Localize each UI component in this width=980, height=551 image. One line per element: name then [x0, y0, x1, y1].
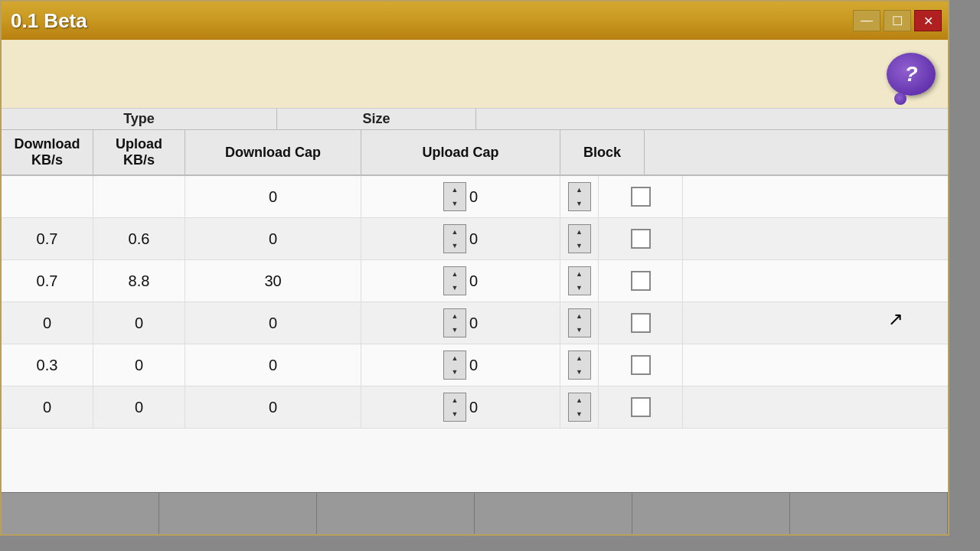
cell-download-cap: 0	[185, 344, 361, 386]
cell-upload-kbs: 0	[93, 302, 185, 344]
spinner-down[interactable]: ▼	[569, 197, 590, 210]
cell-download-kbs: 0.7	[2, 260, 93, 302]
cell-upload-cap: ▲ ▼ 0	[361, 344, 560, 386]
spinner-down[interactable]: ▼	[444, 323, 466, 337]
cell-upload-cap: ▲ ▼ 0	[361, 302, 560, 344]
block-checkbox[interactable]	[631, 313, 651, 333]
block-spinner-cell: ▲ ▼	[560, 176, 599, 217]
spinner-up[interactable]: ▲	[444, 225, 466, 239]
upload-cap-spinner[interactable]: ▲ ▼	[443, 224, 466, 253]
block-spinner-cell: ▲ ▼	[560, 344, 599, 386]
spinner-down[interactable]: ▼	[444, 197, 466, 210]
upload-cap-spinner-group: ▲ ▼ 0	[443, 350, 478, 380]
block-checkbox[interactable]	[631, 355, 651, 375]
upload-cap-spinner[interactable]: ▲ ▼	[443, 350, 466, 380]
header-upload-cap: Upload Cap	[361, 130, 560, 174]
header-block: Block	[560, 130, 645, 174]
upload-cap-value: 0	[469, 315, 478, 332]
spinner-up[interactable]: ▲	[569, 183, 590, 197]
header-download-kbs: Download KB/s	[2, 130, 93, 174]
table-row: 000 ▲ ▼ 0 ▲ ▼ ↖	[2, 302, 948, 344]
upload-cap-spinner-group: ▲ ▼ 0	[443, 224, 478, 253]
close-button[interactable]: ✕	[914, 10, 942, 31]
cell-download-cap: 30	[185, 260, 361, 302]
upload-cap-value: 0	[469, 357, 478, 374]
block-checkbox[interactable]	[631, 187, 651, 207]
block-cap-spinner[interactable]: ▲ ▼	[568, 266, 591, 295]
minimize-button[interactable]: —	[853, 10, 880, 31]
block-cap-spinner[interactable]: ▲ ▼	[568, 393, 591, 422]
block-checkbox[interactable]	[631, 397, 651, 417]
block-cap-spinner[interactable]: ▲ ▼	[568, 308, 591, 337]
cell-upload-kbs	[93, 176, 185, 217]
bottom-cell-5	[632, 493, 790, 534]
table-row: 0 ▲ ▼ 0 ▲ ▼	[2, 176, 948, 218]
upload-cap-value: 0	[469, 230, 478, 248]
spinner-up[interactable]: ▲	[569, 393, 590, 407]
window-controls: — ☐ ✕	[853, 10, 942, 31]
window-title: 0.1 Beta	[8, 9, 87, 33]
spinner-down[interactable]: ▼	[569, 365, 590, 379]
header-download-cap: Download Cap	[185, 130, 361, 174]
cell-download-cap: 0	[185, 386, 361, 428]
table-body: 0 ▲ ▼ 0 ▲ ▼ 0.70.60 ▲ ▼ 0 ▲ ▼ 0.78.830 ▲…	[2, 176, 948, 429]
block-spinner-cell: ▲ ▼	[560, 386, 599, 428]
help-bubble	[887, 53, 936, 96]
spinner-up[interactable]: ▲	[569, 309, 590, 323]
spinner-down[interactable]: ▼	[444, 281, 466, 295]
cell-download-cap: 0	[185, 302, 361, 344]
main-window: 0.1 Beta — ☐ ✕ Type Size Download KB/s U…	[0, 0, 949, 536]
block-checkbox[interactable]	[631, 229, 651, 249]
spinner-up[interactable]: ▲	[444, 351, 466, 365]
spinner-down[interactable]: ▼	[569, 239, 590, 253]
spinner-down[interactable]: ▼	[444, 239, 466, 253]
cell-download-cap: 0	[185, 176, 361, 217]
restore-button[interactable]: ☐	[884, 10, 911, 31]
spinner-up[interactable]: ▲	[569, 351, 590, 365]
cell-download-kbs	[2, 176, 93, 217]
block-spinner-cell: ▲ ▼	[560, 218, 599, 259]
help-bubble-tail	[894, 93, 906, 105]
bottom-cell-3	[317, 493, 475, 534]
toolbar-area	[2, 40, 948, 109]
header-upload-kbs: Upload KB/s	[93, 130, 185, 174]
upload-cap-spinner[interactable]: ▲ ▼	[443, 266, 466, 295]
size-column-header: Size	[277, 109, 476, 129]
spinner-up[interactable]: ▲	[569, 267, 590, 281]
bottom-cell-2	[159, 493, 317, 534]
bottom-cell-4	[475, 493, 632, 534]
cell-download-cap: 0	[185, 218, 361, 259]
spinner-up[interactable]: ▲	[569, 225, 590, 239]
block-spinner-cell: ▲ ▼	[560, 302, 599, 344]
cell-block	[599, 344, 683, 386]
spinner-up[interactable]: ▲	[444, 267, 466, 281]
table-row: 0.300 ▲ ▼ 0 ▲ ▼	[2, 344, 948, 386]
table-row: 0.78.830 ▲ ▼ 0 ▲ ▼	[2, 260, 948, 302]
spinner-up[interactable]: ▲	[444, 309, 466, 323]
type-column-header: Type	[2, 109, 277, 129]
spinner-down[interactable]: ▼	[569, 407, 590, 421]
cell-block	[599, 302, 683, 344]
table-row: 0.70.60 ▲ ▼ 0 ▲ ▼	[2, 218, 948, 260]
bottom-cell-1	[2, 493, 159, 534]
block-cap-spinner[interactable]: ▲ ▼	[568, 350, 591, 380]
upload-cap-spinner-group: ▲ ▼ 0	[443, 266, 478, 295]
upload-cap-spinner[interactable]: ▲ ▼	[443, 308, 466, 337]
spinner-up[interactable]: ▲	[444, 393, 466, 407]
table-area: Download KB/s Upload KB/s Download Cap U…	[2, 130, 948, 492]
spinner-down[interactable]: ▼	[444, 407, 466, 421]
upload-cap-spinner-group: ▲ ▼ 0	[443, 182, 478, 211]
help-icon[interactable]	[887, 53, 936, 102]
spinner-down[interactable]: ▼	[569, 281, 590, 295]
upload-cap-spinner[interactable]: ▲ ▼	[443, 182, 466, 211]
spinner-down[interactable]: ▼	[569, 323, 590, 337]
upload-cap-spinner-group: ▲ ▼ 0	[443, 393, 478, 422]
block-checkbox[interactable]	[631, 271, 651, 291]
block-cap-spinner[interactable]: ▲ ▼	[568, 182, 591, 211]
block-cap-spinner[interactable]: ▲ ▼	[568, 224, 591, 253]
upload-cap-spinner[interactable]: ▲ ▼	[443, 393, 466, 422]
spinner-up[interactable]: ▲	[444, 183, 466, 197]
spinner-down[interactable]: ▼	[444, 365, 466, 379]
upload-cap-value: 0	[469, 188, 478, 206]
titlebar: 0.1 Beta — ☐ ✕	[2, 2, 948, 40]
